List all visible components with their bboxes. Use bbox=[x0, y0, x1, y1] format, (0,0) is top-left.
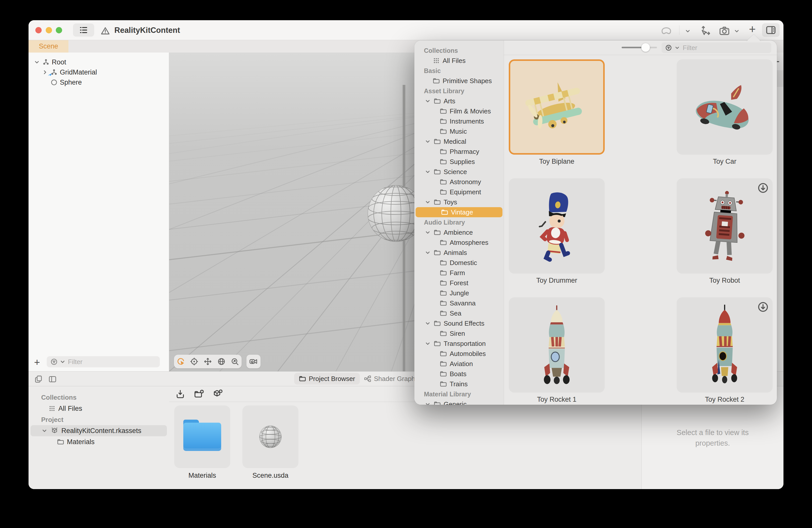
toggle-left-panel-button[interactable] bbox=[48, 375, 57, 385]
import-icon[interactable] bbox=[175, 389, 185, 399]
chevron-down-icon[interactable] bbox=[424, 249, 431, 256]
chevron-down-icon[interactable] bbox=[59, 358, 66, 365]
vision-pro-preview-button[interactable] bbox=[661, 25, 672, 38]
orbit-tool-icon[interactable] bbox=[190, 357, 199, 366]
minimize-button[interactable] bbox=[46, 27, 52, 33]
file-tile[interactable] bbox=[242, 405, 299, 468]
tree-row-root[interactable]: Root bbox=[29, 57, 169, 67]
library-item-music[interactable]: Music bbox=[414, 126, 504, 137]
reset-camera-button[interactable] bbox=[246, 355, 261, 368]
library-item-all-files[interactable]: All Files bbox=[414, 56, 504, 66]
sidebar-item-materials[interactable]: Materials bbox=[29, 436, 169, 447]
chevron-down-icon[interactable] bbox=[424, 401, 431, 405]
add-asset-button[interactable]: + bbox=[749, 22, 756, 36]
download-icon[interactable] bbox=[757, 301, 769, 314]
chevron-down-icon[interactable] bbox=[674, 44, 680, 51]
library-item-atmospheres[interactable]: Atmospheres bbox=[414, 238, 504, 247]
library-item-jungle[interactable]: Jungle bbox=[414, 288, 504, 298]
new-scene-icon[interactable] bbox=[213, 389, 223, 399]
add-entity-button[interactable]: + bbox=[34, 357, 40, 367]
tree-row-sphere[interactable]: Sphere bbox=[29, 77, 169, 87]
chevron-right-icon[interactable] bbox=[42, 69, 48, 75]
asset-card-toy-robot[interactable] bbox=[677, 179, 773, 274]
zoom-tool-icon[interactable] bbox=[231, 357, 239, 366]
library-item-trains[interactable]: Trains bbox=[414, 379, 504, 389]
inspector-toggle-button[interactable] bbox=[762, 23, 780, 37]
rotate-tool-icon[interactable] bbox=[217, 357, 226, 366]
select-tool-icon[interactable] bbox=[176, 357, 185, 366]
library-item-astronomy[interactable]: Astronomy bbox=[414, 177, 504, 187]
sidebar-item-rkassets[interactable]: RealityKitContent.rkassets bbox=[31, 425, 167, 436]
asset-label: Toy Robot bbox=[709, 277, 740, 284]
library-item-automobiles[interactable]: Automobiles bbox=[414, 348, 504, 359]
asset-card-toy-rocket-2[interactable] bbox=[677, 297, 773, 393]
zoom-button[interactable] bbox=[56, 27, 62, 33]
asset-card-toy-car[interactable] bbox=[677, 59, 773, 155]
library-item-ambience[interactable]: Ambience bbox=[414, 227, 504, 238]
duplicate-button[interactable] bbox=[34, 375, 43, 385]
tab-shader-graph[interactable]: Shader Graph bbox=[359, 373, 420, 385]
chevron-down-icon[interactable] bbox=[424, 199, 431, 205]
tab-project-browser[interactable]: Project Browser bbox=[294, 373, 360, 385]
close-button[interactable] bbox=[35, 27, 42, 33]
library-item-domestic[interactable]: Domestic bbox=[414, 258, 504, 268]
library-item-forest[interactable]: Forest bbox=[414, 278, 504, 288]
folder-icon bbox=[441, 209, 448, 216]
chevron-down-icon[interactable] bbox=[424, 169, 431, 175]
asset-card-toy-biplane[interactable] bbox=[509, 59, 605, 155]
new-folder-icon[interactable] bbox=[194, 389, 204, 399]
chevron-down-icon[interactable] bbox=[424, 138, 431, 145]
library-filter-field[interactable] bbox=[662, 42, 771, 53]
chevron-down-icon[interactable] bbox=[424, 340, 431, 347]
file-item-materials[interactable]: Materials bbox=[174, 405, 230, 480]
library-item-generic[interactable]: Generic bbox=[414, 399, 504, 405]
library-item-boats[interactable]: Boats bbox=[414, 369, 504, 379]
library-item-arts[interactable]: Arts bbox=[414, 96, 504, 106]
download-icon[interactable] bbox=[757, 182, 769, 195]
library-item-transportation[interactable]: Transportation bbox=[414, 339, 504, 348]
library-item-science[interactable]: Science bbox=[414, 167, 504, 177]
warning-icon[interactable] bbox=[100, 26, 110, 37]
library-item-aviation[interactable]: Aviation bbox=[414, 359, 504, 369]
library-item-primitive-shapes[interactable]: Primitive Shapes bbox=[414, 76, 504, 86]
chevron-down-icon[interactable] bbox=[424, 320, 431, 327]
library-item-sea[interactable]: Sea bbox=[414, 308, 504, 318]
library-item-equipment[interactable]: Equipment bbox=[414, 187, 504, 197]
library-item-toys[interactable]: Toys bbox=[414, 197, 504, 207]
library-item-animals[interactable]: Animals bbox=[414, 247, 504, 258]
chevron-down-icon[interactable] bbox=[424, 229, 431, 236]
slider-thumb[interactable] bbox=[641, 43, 650, 52]
folder-icon bbox=[439, 239, 447, 246]
move-tool-icon[interactable] bbox=[203, 357, 212, 366]
toggle-sidebar-list-button[interactable] bbox=[73, 24, 94, 37]
library-item-instruments[interactable]: Instruments bbox=[414, 116, 504, 126]
tree-row-gridmaterial[interactable]: GridMaterial bbox=[29, 67, 169, 77]
hierarchy-filter-field[interactable] bbox=[47, 356, 160, 367]
file-item-scene-usda[interactable]: Scene.usda bbox=[242, 405, 299, 480]
library-item-pharmacy[interactable]: Pharmacy bbox=[414, 146, 504, 157]
chevron-down-icon[interactable] bbox=[41, 427, 48, 434]
library-filter-input[interactable] bbox=[682, 44, 768, 52]
library-item-supplies[interactable]: Supplies bbox=[414, 157, 504, 167]
library-item-vintage-selected[interactable]: Vintage bbox=[416, 207, 503, 217]
library-item-film-movies[interactable]: Film & Movies bbox=[414, 106, 504, 116]
chevron-down-icon[interactable] bbox=[424, 98, 431, 104]
library-item-siren[interactable]: Siren bbox=[414, 328, 504, 339]
chevron-down-icon[interactable] bbox=[33, 59, 40, 66]
sidebar-item-all-files[interactable]: All Files bbox=[29, 403, 169, 414]
library-item-farm[interactable]: Farm bbox=[414, 268, 504, 278]
preview-options-chevron[interactable] bbox=[684, 28, 691, 35]
snapshot-options-chevron[interactable] bbox=[734, 28, 740, 35]
tab-scene[interactable]: Scene bbox=[29, 40, 69, 53]
filter-icon bbox=[50, 358, 58, 366]
library-item-medical[interactable]: Medical bbox=[414, 137, 504, 146]
file-tile[interactable] bbox=[174, 405, 230, 468]
thumbnail-size-slider[interactable] bbox=[622, 47, 657, 48]
hierarchy-filter-input[interactable] bbox=[68, 358, 156, 366]
send-to-device-button[interactable] bbox=[700, 25, 711, 38]
snapshot-button[interactable] bbox=[719, 25, 730, 38]
asset-card-toy-rocket-1[interactable] bbox=[509, 297, 605, 393]
asset-card-toy-drummer[interactable] bbox=[509, 179, 605, 274]
library-item-savanna[interactable]: Savanna bbox=[414, 298, 504, 308]
library-item-sound-effects[interactable]: Sound Effects bbox=[414, 318, 504, 328]
